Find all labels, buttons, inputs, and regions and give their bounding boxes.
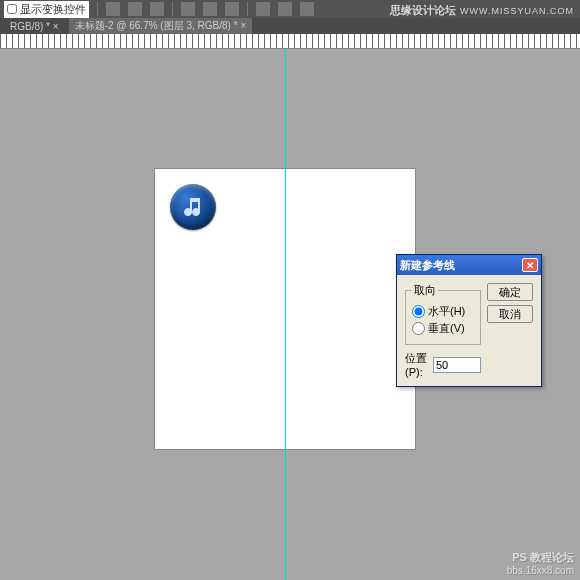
distribute-icon[interactable]: [278, 2, 292, 16]
orientation-fieldset: 取向 水平(H) 垂直(V): [405, 283, 481, 345]
radio-v-input[interactable]: [412, 322, 425, 335]
checkbox-text: 显示变换控件: [20, 2, 86, 17]
music-note-icon: [170, 184, 216, 230]
horizontal-ruler[interactable]: [0, 34, 580, 49]
close-icon[interactable]: ✕: [522, 258, 538, 272]
workspace: 新建参考线 ✕ 取向 水平(H) 垂直(V) 位置(P):: [0, 49, 580, 580]
canvas[interactable]: [155, 169, 415, 449]
tab-doc1[interactable]: RGB/8) * ×: [4, 20, 65, 33]
position-input[interactable]: [433, 357, 481, 373]
radio-vertical[interactable]: 垂直(V): [412, 321, 474, 336]
transform-checkbox[interactable]: [7, 4, 17, 14]
tab-doc2[interactable]: 未标题-2 @ 66.7% (图层 3, RGB/8) * ×: [69, 18, 253, 34]
show-transform-controls[interactable]: 显示变换控件: [4, 1, 89, 18]
align-icon[interactable]: [203, 2, 217, 16]
align-icon[interactable]: [150, 2, 164, 16]
distribute-icon[interactable]: [256, 2, 270, 16]
dialog-right-column: 确定 取消: [487, 283, 533, 378]
dialog-left-column: 取向 水平(H) 垂直(V) 位置(P):: [405, 283, 481, 378]
position-label: 位置(P):: [405, 351, 429, 378]
radio-h-input[interactable]: [412, 305, 425, 318]
cancel-button[interactable]: 取消: [487, 305, 533, 323]
radio-horizontal[interactable]: 水平(H): [412, 304, 474, 319]
align-icon[interactable]: [106, 2, 120, 16]
watermark-bottom: PS 教程论坛 bbs.16xx8.com: [507, 550, 574, 576]
align-icon[interactable]: [225, 2, 239, 16]
align-icon[interactable]: [128, 2, 142, 16]
radio-h-label: 水平(H): [428, 304, 465, 319]
watermark-top-sub: WWW.MISSYUAN.COM: [460, 6, 574, 16]
watermark-top-main: 思缘设计论坛: [390, 4, 456, 16]
watermark-bottom-url: bbs.16xx8.com: [507, 565, 574, 576]
fieldset-legend: 取向: [412, 283, 438, 298]
dialog-titlebar[interactable]: 新建参考线 ✕: [397, 255, 541, 275]
note-svg: [181, 195, 205, 219]
align-icon[interactable]: [181, 2, 195, 16]
dialog-title-text: 新建参考线: [400, 258, 455, 273]
dialog-body: 取向 水平(H) 垂直(V) 位置(P): 确定 取消: [397, 275, 541, 386]
watermark-bottom-main: PS 教程论坛: [507, 550, 574, 565]
ok-button[interactable]: 确定: [487, 283, 533, 301]
separator: [247, 2, 248, 16]
watermark-top: 思缘设计论坛 WWW.MISSYUAN.COM: [390, 2, 574, 18]
document-tabs: RGB/8) * × 未标题-2 @ 66.7% (图层 3, RGB/8) *…: [0, 18, 580, 34]
separator: [97, 2, 98, 16]
position-row: 位置(P):: [405, 351, 481, 378]
new-guide-dialog: 新建参考线 ✕ 取向 水平(H) 垂直(V) 位置(P):: [396, 254, 542, 387]
vertical-guide[interactable]: [285, 49, 286, 580]
radio-v-label: 垂直(V): [428, 321, 465, 336]
distribute-icon[interactable]: [300, 2, 314, 16]
separator: [172, 2, 173, 16]
